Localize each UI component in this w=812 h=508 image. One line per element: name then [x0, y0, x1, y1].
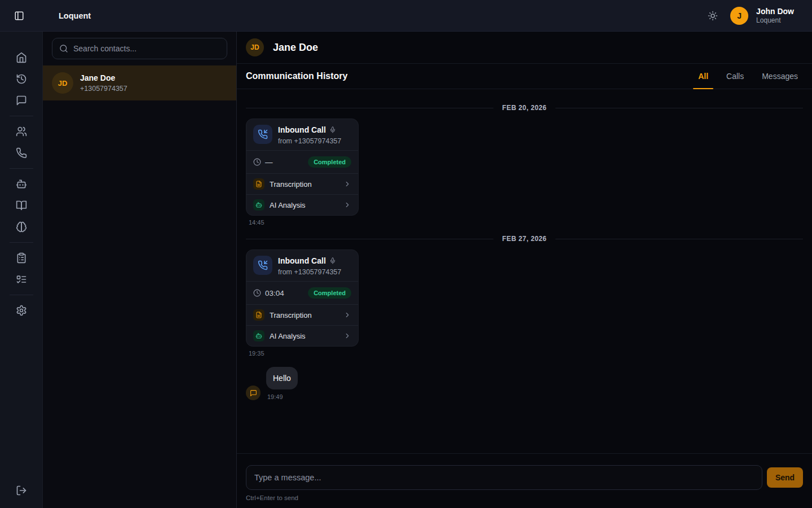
conversation-avatar: JD — [246, 38, 264, 56]
call-title: Inbound Call — [278, 125, 326, 135]
theme-toggle-button[interactable] — [708, 11, 718, 21]
send-button[interactable]: Send — [767, 467, 803, 488]
transcription-row[interactable]: Transcription — [246, 173, 358, 194]
contact-list-item-selected[interactable]: JD Jane Doe +13057974357 — [43, 65, 236, 100]
sidebar-item-home[interactable] — [11, 47, 32, 68]
history-icon — [16, 73, 27, 85]
app-title: Loquent — [59, 11, 91, 20]
ai-bot-icon — [253, 199, 264, 211]
icon-sidebar — [0, 32, 43, 508]
timeline: FEB 20, 2026 Inbound Call fr — [237, 89, 812, 453]
sidebar-divider — [10, 168, 33, 169]
history-bar: Communication History All Calls Messages — [237, 64, 812, 89]
sidebar-item-messages[interactable] — [11, 90, 32, 111]
sidebar-divider — [10, 116, 33, 116]
main-panel: JD Jane Doe Communication History All Ca… — [237, 32, 812, 508]
sidebar-item-settings[interactable] — [11, 300, 32, 321]
date-divider: FEB 20, 2026 — [246, 104, 803, 112]
tab-calls[interactable]: Calls — [721, 64, 749, 89]
chevron-right-icon — [343, 201, 351, 209]
search-box — [52, 38, 227, 59]
sidebar-item-logout[interactable] — [11, 480, 32, 501]
message-bubble: Hello — [266, 367, 298, 389]
sidebar-divider — [10, 242, 33, 243]
date-divider: FEB 27, 2026 — [246, 235, 803, 243]
chevron-right-icon — [343, 180, 351, 188]
bot-icon — [16, 178, 27, 190]
phone-incoming-icon — [253, 125, 272, 144]
message-channel-icon — [246, 386, 261, 400]
call-from: from +13057974357 — [278, 268, 341, 277]
mic-icon — [329, 257, 336, 264]
call-title: Inbound Call — [278, 256, 326, 266]
transcription-label: Transcription — [270, 311, 312, 319]
sidebar-item-tasks[interactable] — [11, 269, 32, 290]
book-open-icon — [16, 200, 27, 211]
user-menu[interactable]: J John Dow Loquent — [730, 7, 794, 25]
message-input[interactable] — [246, 465, 762, 490]
transcription-label: Transcription — [270, 180, 312, 189]
contacts-panel: JD Jane Doe +13057974357 — [43, 32, 237, 508]
brain-icon — [16, 221, 27, 233]
sidebar-item-bot[interactable] — [11, 173, 32, 195]
phone-icon — [16, 147, 27, 159]
chevron-right-icon — [343, 311, 351, 319]
ai-analysis-row[interactable]: AI Analysis — [246, 194, 358, 215]
sidebar-item-calls[interactable] — [11, 142, 32, 164]
call-timestamp: 19:35 — [249, 350, 803, 357]
contact-phone: +13057974357 — [80, 84, 127, 93]
sidebar-item-history[interactable] — [11, 68, 32, 90]
message-square-icon — [16, 95, 27, 106]
search-contacts-input[interactable] — [73, 44, 220, 53]
tab-all[interactable]: All — [693, 64, 713, 89]
history-tabs: All Calls Messages — [693, 64, 803, 89]
transcription-row[interactable]: Transcription — [246, 304, 358, 325]
contact-avatar: JD — [52, 72, 73, 94]
call-timestamp: 14:45 — [249, 219, 803, 226]
users-icon — [16, 126, 27, 137]
ai-analysis-row[interactable]: AI Analysis — [246, 325, 358, 346]
mic-icon — [329, 126, 336, 133]
call-card: Inbound Call from +13057974357 03:04 Com… — [246, 249, 359, 347]
logout-icon — [16, 485, 27, 496]
file-text-icon — [253, 309, 264, 321]
sidebar-item-contacts[interactable] — [11, 121, 32, 142]
user-avatar: J — [730, 7, 748, 25]
message-group: Hello 19:49 — [246, 367, 803, 400]
phone-incoming-icon — [253, 256, 272, 275]
call-duration: 03:04 — [253, 289, 284, 297]
date-label: FEB 27, 2026 — [502, 235, 547, 243]
clock-icon — [253, 158, 261, 166]
conversation-header: JD Jane Doe — [237, 32, 812, 64]
gear-icon — [16, 305, 27, 316]
call-from: from +13057974357 — [278, 137, 341, 146]
clock-icon — [253, 289, 261, 297]
sidebar-item-notes[interactable] — [11, 247, 32, 269]
composer: Send Ctrl+Enter to send — [237, 453, 812, 508]
sidebar-item-knowledge[interactable] — [11, 195, 32, 216]
topbar-right: J John Dow Loquent — [708, 7, 812, 25]
user-org: Loquent — [756, 16, 794, 25]
date-label: FEB 20, 2026 — [502, 104, 547, 112]
call-card: Inbound Call from +13057974357 — Complet… — [246, 119, 359, 216]
ai-analysis-label: AI Analysis — [270, 332, 306, 340]
conversation-title: Jane Doe — [273, 42, 318, 54]
call-duration-value: 03:04 — [265, 289, 284, 297]
sun-icon — [708, 11, 718, 21]
sidebar-toggle-button[interactable] — [8, 5, 30, 27]
user-name: John Dow — [756, 7, 794, 16]
home-icon — [16, 52, 27, 63]
status-badge: Completed — [308, 287, 351, 299]
history-title: Communication History — [246, 71, 347, 81]
status-badge: Completed — [308, 156, 351, 168]
chevron-right-icon — [343, 332, 351, 340]
tab-messages[interactable]: Messages — [757, 64, 803, 89]
sidebar-divider — [10, 295, 33, 295]
panel-left-icon — [14, 11, 24, 21]
call-duration-value: — — [265, 158, 273, 167]
list-todo-icon — [16, 274, 27, 285]
sidebar-item-memory[interactable] — [11, 216, 32, 238]
app-window: Loquent J John Dow Loquent — [0, 0, 812, 508]
file-text-icon — [253, 178, 264, 190]
contact-name: Jane Doe — [80, 73, 127, 83]
